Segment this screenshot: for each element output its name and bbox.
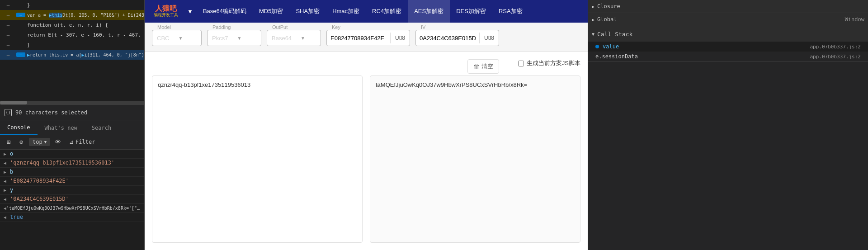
stack-item-file: app.07b0b337.js:2 (810, 44, 861, 50)
padding-label: Padding (211, 24, 232, 30)
tab-console[interactable]: Console (0, 121, 38, 135)
breakpoint-active[interactable]: – (16, 13, 25, 17)
list-item[interactable]: ▶ o (0, 150, 144, 159)
list-item[interactable]: ◀ true (0, 213, 144, 222)
tab-whatsnew[interactable]: What's new (38, 121, 85, 135)
expand-arrow-icon: ▶ (4, 170, 10, 175)
console-value-bool: true (10, 214, 23, 220)
console-key: b (10, 169, 13, 175)
nav-item-des[interactable]: DES加解密 (450, 0, 492, 23)
clear-button[interactable]: 🗑 清空 (467, 59, 499, 74)
call-stack-section: ▼ Call Stack value app.07b0b337.js:2 e.s… (588, 26, 868, 62)
output-select[interactable]: Base64 ▼ (267, 30, 321, 46)
brand-logo[interactable]: 人猿吧 编程开发工具 (150, 3, 182, 20)
model-control: Model CBC ▼ (152, 28, 202, 46)
expand-arrow-icon: ◀ (4, 179, 10, 184)
code-line-6: – – ▶return this.iv = a[▶i(311, 464, 0, … (0, 50, 144, 60)
code-line-4: – return E(t - 307, e - 160, t, r - 467,… (0, 30, 144, 40)
iv-encoding-select[interactable]: Utf8 (480, 33, 499, 43)
call-stack-header[interactable]: ▼ Call Stack (588, 26, 868, 42)
nav-item-md5[interactable]: MD5加密 (253, 0, 289, 23)
global-section: ▶ Global Window (588, 13, 868, 26)
closure-section: ▶ Closure (588, 0, 868, 13)
call-stack-arrow-icon: ▼ (592, 32, 594, 37)
editor-scrollbar[interactable] (0, 101, 144, 104)
highlighted-line-content: var a = ▶thisDt(0, 205, 0, "P16&") + Di(… (25, 13, 144, 18)
console-output[interactable]: ▶ o ◀ 'qznzr4qq-b13pf1xe1735119536013' ▶… (0, 150, 144, 250)
list-item[interactable]: ◀ 'taMQEfJjuOwKq0OJ37w9HbwXrPS8UCxSVrHbR… (0, 204, 144, 213)
stack-item-label: value (603, 43, 619, 50)
expand-arrow-icon: ◀ (4, 215, 10, 220)
line-gutter: – (0, 2, 16, 8)
line-gutter: – (0, 32, 16, 38)
selection-count: 90 characters selected (15, 109, 87, 116)
js-script-option[interactable]: 生成当前方案JS脚本 (518, 59, 580, 67)
list-item[interactable]: ◀ '0A234C4C639E015D' (0, 195, 144, 204)
call-stack-title: Call Stack (597, 31, 632, 38)
brand-sub-text: 编程开发工具 (154, 12, 178, 18)
iv-control: IV Utf8 (415, 28, 499, 46)
selection-bar: {} 90 characters selected (0, 104, 144, 121)
padding-dropdown-icon: ▼ (237, 36, 241, 41)
sidebar-toggle-btn[interactable]: ⊞ (4, 137, 14, 147)
nav-item-rc4[interactable]: RC4加解密 (366, 0, 408, 23)
dropdown-arrow-icon: ▼ (44, 140, 47, 144)
js-label: 生成当前方案JS脚本 (527, 59, 580, 67)
encrypt-main-area: 🗑 清空 生成当前方案JS脚本 qznzr4qq-b13pf1xe1735119… (145, 52, 588, 250)
trash-icon: 🗑 (473, 63, 480, 70)
nav-item-aes[interactable]: AES加解密 (408, 0, 450, 23)
output-value: Base64 (272, 35, 292, 42)
list-item[interactable]: ▶ y (0, 186, 144, 195)
nav-item-sha[interactable]: SHA加密 (289, 0, 326, 23)
console-value-string: 'qznzr4qq-b13pf1xe1735119536013' (10, 160, 114, 166)
output-text: taMQEfJjuOwKq0OJ37w9HbwXrPS8UCxSVrHbRb/x… (376, 81, 527, 88)
encrypt-output: taMQEfJjuOwKq0OJ37w9HbwXrPS8UCxSVrHbRb/x… (370, 75, 580, 243)
key-input[interactable] (327, 32, 390, 44)
debug-panel: ▶ Closure ▶ Global Window ▼ Call Stack v… (588, 0, 868, 250)
console-key: y (10, 187, 13, 193)
iv-input[interactable] (416, 32, 479, 44)
console-value-string: 'E08247708934F42E' (10, 178, 69, 184)
padding-select[interactable]: Pkcs7 ▼ (207, 30, 261, 46)
encrypt-input[interactable]: qznzr4qq-b13pf1xe1735119536013 (152, 75, 363, 243)
filter-icon: ⊿ (69, 139, 74, 145)
nav-item-rsa[interactable]: RSA加密 (492, 0, 529, 23)
line-content: } (25, 2, 144, 8)
js-checkbox[interactable] (518, 61, 524, 66)
brand-main-text: 人猿吧 (155, 5, 177, 12)
closure-arrow-icon: ▶ (592, 4, 594, 9)
filter-label: Filter (75, 139, 95, 145)
model-select[interactable]: CBC ▼ (152, 30, 202, 46)
output-label: OutPut (270, 24, 289, 30)
line-content: return E(t - 307, e - 160, t, r - 467, e… (25, 32, 144, 38)
iv-label: IV (419, 24, 427, 30)
call-stack-item-value[interactable]: value app.07b0b337.js:2 (588, 42, 868, 52)
global-arrow-icon: ▶ (592, 17, 594, 22)
closure-header[interactable]: ▶ Closure (588, 0, 868, 13)
filter-btn[interactable]: ⊿ Filter (66, 138, 99, 146)
scrollbar-thumb[interactable] (0, 101, 27, 104)
top-context-select[interactable]: top ▼ (29, 138, 50, 146)
list-item[interactable]: ▶ b (0, 168, 144, 177)
key-encoding-select[interactable]: Utf8 (391, 33, 410, 43)
block-btn[interactable]: ⊘ (16, 137, 26, 147)
global-header[interactable]: ▶ Global Window (588, 13, 868, 26)
console-key: o (10, 151, 13, 157)
nav-item-base64[interactable]: Base64编码解码 (197, 0, 253, 23)
console-tab-bar: Console What's new Search (0, 121, 144, 135)
nav-item-hmac[interactable]: Hmac加密 (326, 0, 366, 23)
encrypt-header: 人猿吧 编程开发工具 ▼ Base64编码解码 MD5加密 SHA加密 Hmac… (145, 0, 588, 23)
list-item[interactable]: ◀ 'E08247708934F42E' (0, 177, 144, 186)
nav-dropdown-btn[interactable]: ▼ (184, 0, 197, 23)
stack-item-label: e.sessionData (595, 53, 638, 60)
tab-search[interactable]: Search (85, 121, 118, 135)
call-stack-item-session[interactable]: e.sessionData app.07b0b337.js:2 (588, 52, 868, 61)
line-content: function u(t, e, n, r, i) { (25, 22, 144, 28)
line-gutter: – (0, 22, 16, 28)
list-item[interactable]: ◀ 'qznzr4qq-b13pf1xe1735119536013' (0, 159, 144, 168)
code-line-5: – } (0, 40, 144, 50)
code-line-1: – } (0, 0, 144, 10)
eye-btn[interactable]: 👁 (53, 137, 63, 147)
active-stack-icon (595, 45, 599, 48)
padding-value: Pkcs7 (212, 35, 228, 42)
